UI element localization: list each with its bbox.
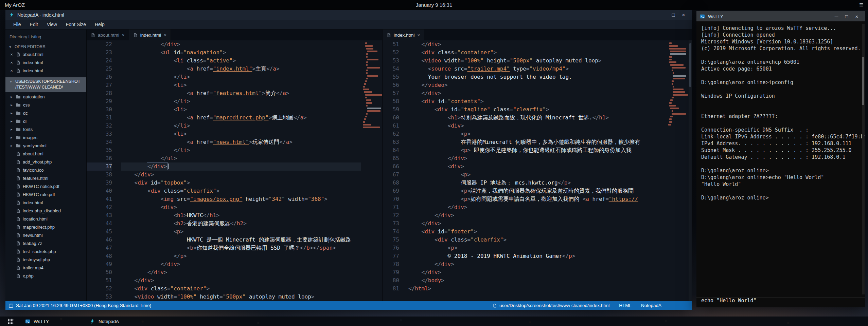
wstty-titlebar[interactable]: WsTTY ─ □ ×: [696, 11, 865, 21]
line-number: 61: [383, 122, 399, 130]
tree-file-add_vhost.php[interactable]: add_vhost.php: [5, 158, 86, 166]
expand-icon[interactable]: ▸: [10, 143, 14, 148]
line-number: 47: [87, 244, 112, 252]
tree-folder-dl[interactable]: ▸dl: [5, 117, 86, 125]
scrollbar[interactable]: [862, 24, 865, 294]
tree-file-favicon.ico[interactable]: favicon.ico: [5, 166, 86, 174]
line-number: 42: [87, 203, 112, 211]
close-editor-icon[interactable]: ×: [10, 68, 14, 73]
menu-edit[interactable]: Edit: [25, 20, 42, 30]
tab-about.html[interactable]: about.html×: [87, 30, 129, 40]
minimize-button[interactable]: ─: [831, 14, 842, 19]
collapse-icon[interactable]: ▾: [9, 79, 13, 90]
tree-file-index.html[interactable]: index.html: [5, 198, 86, 207]
line-number: 45: [87, 228, 112, 236]
close-tab-icon[interactable]: ×: [164, 33, 166, 38]
tree-file-trailer.mp4[interactable]: trailer.mp4: [5, 264, 86, 272]
terminal-input[interactable]: echo "Hello World": [696, 297, 865, 307]
file-label: news.html: [23, 233, 43, 238]
terminal-lines: [info] Conencting to arozos WsTTY servic…: [701, 25, 859, 201]
system-brand[interactable]: My ArOZ: [5, 2, 25, 8]
tab-bar: index.html×: [383, 30, 692, 40]
close-tab-icon[interactable]: ×: [418, 33, 420, 38]
collapse-icon[interactable]: ▾: [8, 45, 12, 49]
code-line: <p>: [408, 130, 668, 138]
tab-label: index.html: [140, 33, 161, 38]
menu-file[interactable]: File: [9, 20, 25, 30]
close-tab-icon[interactable]: ×: [122, 33, 125, 38]
expand-icon[interactable]: ▸: [10, 119, 14, 123]
open-editor-item[interactable]: ×index.html: [5, 66, 86, 75]
tree-file-HKWTC_notice.pdf[interactable]: HKWTC notice.pdf: [5, 182, 86, 190]
statusbar-filepath[interactable]: user/Desktop/screenshot/test/www cleaned…: [493, 303, 609, 308]
minimap-line: [366, 70, 368, 71]
code-editor[interactable]: </div> <ul id="navigation"> <li class="a…: [117, 40, 361, 301]
close-editor-icon[interactable]: ×: [10, 60, 14, 65]
tree-file-test_sockets.php[interactable]: test_sockets.php: [5, 247, 86, 255]
text-cursor: [168, 164, 169, 169]
notepada-titlebar[interactable]: NotepadA - index.html ─ □ ×: [5, 10, 692, 20]
app-grid-icon[interactable]: [0, 317, 21, 326]
tree-folder-fonts[interactable]: ▸fonts: [5, 125, 86, 133]
expand-icon[interactable]: ▸: [10, 95, 14, 99]
minimap-line: [367, 67, 380, 69]
calendar-icon: [9, 303, 13, 308]
scrollbar-thumb[interactable]: [862, 57, 864, 105]
maximize-button[interactable]: □: [668, 12, 678, 18]
tree-file-mapredirect.php[interactable]: mapredirect.php: [5, 223, 86, 231]
tree-folder-images[interactable]: ▸images: [5, 133, 86, 141]
tree-folder-dc[interactable]: ▸dc: [5, 109, 86, 117]
tree-folder-css[interactable]: ▸css: [5, 101, 86, 109]
open-editor-item[interactable]: ×about.html: [5, 50, 86, 58]
terminal-line: Microsoft Windows [Version 10.0.18363.12…: [701, 38, 859, 45]
tree-file-news.html[interactable]: news.html: [5, 231, 86, 239]
minimap-line: [670, 51, 686, 52]
scrollbar[interactable]: [689, 40, 692, 301]
tab-index.html[interactable]: index.html×: [383, 30, 424, 40]
tree-file-HKWTC_rule.pdf[interactable]: HKWTC rule.pdf: [5, 190, 86, 198]
statusbar-language[interactable]: HTML: [619, 303, 632, 308]
tree-file-testmysql.php[interactable]: testmysql.php: [5, 255, 86, 264]
hamburger-icon[interactable]: ≡: [859, 1, 863, 9]
taskbar-item-notepada[interactable]: NotepadA: [86, 317, 150, 326]
tree-file-location.html[interactable]: location.html: [5, 215, 86, 223]
close-editor-icon[interactable]: ×: [10, 52, 14, 57]
close-button[interactable]: ×: [678, 12, 689, 18]
maximize-button[interactable]: □: [842, 14, 852, 19]
code-line: </div>: [121, 276, 361, 285]
tree-file-index.php_disabled[interactable]: index.php_disabled: [5, 207, 86, 215]
code-area[interactable]: 5152535455565758596061626364656667686970…: [383, 40, 692, 301]
minimize-button[interactable]: ─: [658, 12, 668, 18]
tab-index.html[interactable]: index.html×: [129, 30, 171, 40]
open-editor-item[interactable]: ×index.html: [5, 58, 86, 66]
close-button[interactable]: ×: [852, 14, 862, 19]
tree-file-about.html[interactable]: about.html: [5, 150, 86, 158]
minimap-line: [673, 78, 685, 79]
expand-icon[interactable]: ▸: [10, 127, 14, 132]
code-area[interactable]: 2223242526272829303132333435363738394041…: [87, 40, 382, 301]
expand-icon[interactable]: ▸: [10, 111, 14, 115]
menu-view[interactable]: View: [42, 20, 61, 30]
code-line: <p>如有問題或需要申請白名單，歡迎加入我們的 <a href="https:/…: [408, 195, 668, 203]
tree-folder-autostation[interactable]: ▸autostation: [5, 93, 86, 101]
tree-file-teabag.7z[interactable]: teabag.7z: [5, 239, 86, 247]
tree-folder-yamlyamlml[interactable]: ▸yamlyamlml: [5, 141, 86, 150]
minimap[interactable]: [668, 40, 689, 301]
menu-help[interactable]: Help: [90, 20, 109, 30]
tree-file-x.php[interactable]: x.php: [5, 272, 86, 280]
tree-root[interactable]: ▾ USER:/DESKTOP/SCREENSHOT /TEST/WWW CLE…: [5, 77, 86, 92]
open-editors-header[interactable]: ▾ OPEN EDITORS: [5, 43, 86, 50]
expand-icon[interactable]: ▸: [10, 103, 14, 107]
code-editor[interactable]: </div> <div class="container"> <video wi…: [404, 40, 668, 301]
minimap-line: [669, 102, 672, 104]
expand-icon[interactable]: ▸: [10, 135, 14, 140]
tree-file-features.html[interactable]: features.html: [5, 174, 86, 182]
terminal-output[interactable]: [info] Conencting to arozos WsTTY servic…: [696, 21, 865, 297]
code-line: <p>: [121, 228, 361, 236]
code-line: </ul>: [121, 154, 361, 162]
menu-font-size[interactable]: Font Size: [61, 20, 90, 30]
minimap[interactable]: [361, 40, 382, 301]
minimap-line: [367, 51, 377, 52]
taskbar-item-wstty[interactable]: WsTTY: [21, 317, 86, 326]
scrollbar-thumb[interactable]: [689, 43, 691, 87]
